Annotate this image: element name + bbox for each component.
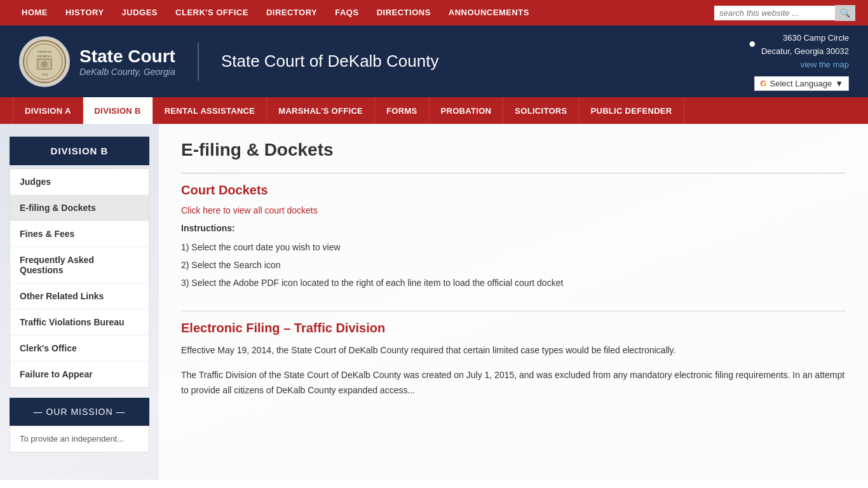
- nav-rental-assistance[interactable]: RENTAL ASSISTANCE: [153, 97, 268, 124]
- mission-title: — OUR MISSION —: [10, 398, 149, 426]
- instruction-1: 1) Select the court date you wish to vie…: [181, 238, 846, 256]
- search-input[interactable]: [714, 6, 835, 20]
- sidebar-menu: Judges E-filing & Dockets Fines & Fees F…: [10, 168, 149, 388]
- nav-division-b[interactable]: DIVISION B: [83, 97, 153, 124]
- view-dockets-link[interactable]: Click here to view all court dockets: [181, 205, 318, 215]
- content-divider: [181, 173, 846, 173]
- map-link[interactable]: view the map: [800, 60, 849, 69]
- sidebar-item-failure[interactable]: Failure to Appear: [10, 362, 149, 388]
- nav-judges[interactable]: JUDGES: [113, 0, 166, 25]
- svg-point-6: [41, 61, 48, 67]
- sidebar-item-tvb[interactable]: Traffic Violations Bureau: [10, 309, 149, 336]
- content-divider-2: [181, 311, 846, 311]
- nav-history[interactable]: HISTORY: [57, 0, 113, 25]
- nav-directions[interactable]: DIRECTIONS: [368, 0, 440, 25]
- address-line2: Decatur, Georgia 30032: [761, 45, 849, 58]
- svg-text:1776: 1776: [41, 73, 48, 76]
- site-header: STATE OF GEORGIA 1776 State Court DeKalb…: [0, 25, 868, 97]
- main-content: E-filing & Dockets Court Dockets Click h…: [159, 124, 868, 480]
- nav-faqs[interactable]: FAQS: [326, 0, 367, 25]
- svg-text:GEORGIA: GEORGIA: [37, 55, 52, 58]
- location-icon: ●: [749, 33, 756, 53]
- address-block: ● 3630 Camp Circle Decatur, Georgia 3003…: [749, 32, 849, 71]
- nav-solicitors[interactable]: SOLICITORS: [503, 97, 579, 124]
- instruction-3: 3) Select the Adobe PDF icon located to …: [181, 274, 846, 292]
- search-button[interactable]: 🔍: [835, 5, 855, 21]
- sidebar-item-clerks[interactable]: Clerk's Office: [10, 336, 149, 362]
- sidebar-item-fines[interactable]: Fines & Fees: [10, 221, 149, 247]
- sidebar: DIVISION B Judges E-filing & Dockets Fin…: [0, 124, 159, 480]
- nav-home[interactable]: HOME: [13, 0, 57, 25]
- sidebar-item-other-links[interactable]: Other Related Links: [10, 283, 149, 309]
- body-text-2: The Traffic Division of the State Court …: [181, 368, 846, 398]
- header-right: ● 3630 Camp Circle Decatur, Georgia 3003…: [749, 32, 849, 91]
- sidebar-item-faq[interactable]: Frequently Asked Questions: [10, 247, 149, 283]
- mission-text: To provide an independent...: [10, 426, 149, 452]
- address-line1: 3630 Camp Circle: [761, 32, 849, 45]
- court-seal: STATE OF GEORGIA 1776: [19, 36, 70, 87]
- instruction-2: 2) Select the Search icon: [181, 256, 846, 274]
- language-selector[interactable]: G Select Language ▼: [754, 76, 849, 91]
- nav-division-a[interactable]: DIVISION A: [13, 97, 83, 124]
- sidebar-title: DIVISION B: [10, 137, 149, 165]
- page-title: E-filing & Dockets: [181, 140, 846, 160]
- sidebar-item-judges[interactable]: Judges: [10, 169, 149, 195]
- google-icon: G: [760, 79, 766, 88]
- header-left: STATE OF GEORGIA 1776 State Court DeKalb…: [19, 36, 438, 87]
- search-box: 🔍: [714, 5, 855, 21]
- nav-clerks-office[interactable]: CLERK'S OFFICE: [166, 0, 257, 25]
- nav-announcements[interactable]: ANNOUNCEMENTS: [440, 0, 538, 25]
- secondary-navigation: DIVISION A DIVISION B RENTAL ASSISTANCE …: [0, 97, 868, 124]
- court-dockets-title: Court Dockets: [181, 183, 846, 198]
- nav-probation[interactable]: PROBATION: [430, 97, 504, 124]
- top-navigation: HOME HISTORY JUDGES CLERK'S OFFICE DIREC…: [0, 0, 868, 25]
- instructions-list: 1) Select the court date you wish to vie…: [181, 238, 846, 292]
- nav-directory[interactable]: DIRECTORY: [257, 0, 326, 25]
- nav-public-defender[interactable]: PUBLIC DEFENDER: [580, 97, 684, 124]
- header-divider: [198, 43, 199, 81]
- court-title-block: State Court DeKalb County, Georgia: [79, 46, 175, 77]
- address-text: 3630 Camp Circle Decatur, Georgia 30032 …: [761, 32, 849, 71]
- body-text-1: Effective May 19, 2014, the State Court …: [181, 343, 846, 358]
- main-wrapper: DIVISION B Judges E-filing & Dockets Fin…: [0, 124, 868, 480]
- language-label: Select Language: [770, 79, 832, 88]
- court-title-main: State Court: [79, 46, 175, 67]
- sidebar-item-efiling[interactable]: E-filing & Dockets: [10, 195, 149, 221]
- nav-forms[interactable]: FORMS: [375, 97, 429, 124]
- nav-marshals-office[interactable]: MARSHAL'S OFFICE: [267, 97, 375, 124]
- svg-text:STATE OF: STATE OF: [37, 50, 51, 53]
- efiling-title: Electronic Filing – Traffic Division: [181, 321, 846, 336]
- court-title-sub: DeKalb County, Georgia: [79, 67, 175, 77]
- chevron-down-icon: ▼: [835, 79, 843, 88]
- top-nav-links: HOME HISTORY JUDGES CLERK'S OFFICE DIREC…: [13, 0, 538, 25]
- instructions-label: Instructions:: [181, 223, 846, 233]
- court-full-name: State Court of DeKalb County: [221, 51, 439, 71]
